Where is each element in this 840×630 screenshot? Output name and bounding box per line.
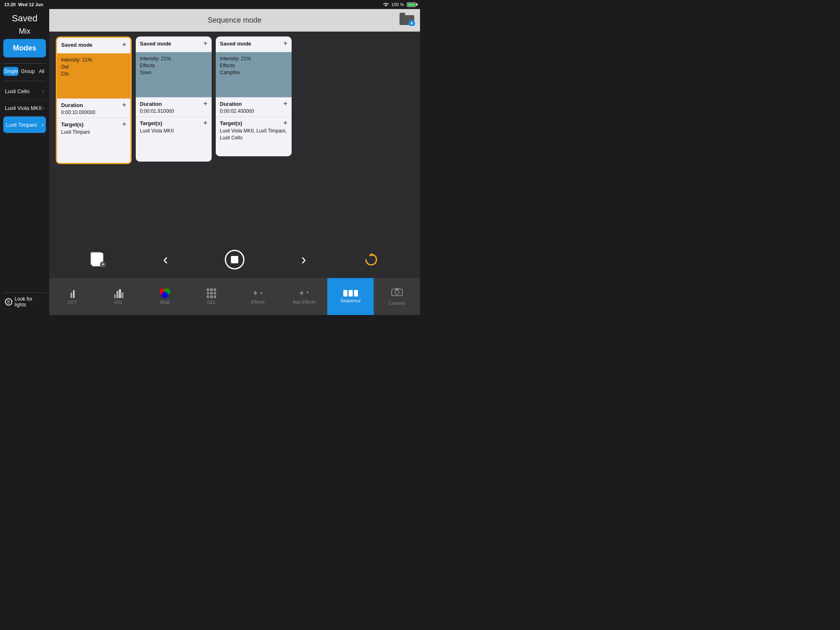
card-targets-value-1: Luxli Timpani xyxy=(61,129,126,136)
sidebar-item-label: Luxli Timpani xyxy=(6,122,37,128)
tab-rgb-label: RGB xyxy=(160,300,170,305)
main-area: Sequence mode + Saved mode + Intens xyxy=(49,9,420,315)
card-duration-row-2: Duration + xyxy=(140,100,208,107)
sequence-icon xyxy=(343,290,358,297)
card-plus-button-1[interactable]: + xyxy=(122,41,126,48)
divider2 xyxy=(3,81,46,81)
card-plus-button-3[interactable]: + xyxy=(283,40,288,47)
card-duration-row-1: Duration + xyxy=(61,101,126,109)
replay-button[interactable] xyxy=(363,251,379,268)
card-duration-value-1: 0:00:10.000000 xyxy=(61,110,126,115)
card-color-block-3: Intensity: 21%EffectsCampfire xyxy=(216,52,292,97)
svg-text:+: + xyxy=(410,21,413,26)
sidebar: Saved Mix Modes Single Group All Luxli C… xyxy=(0,9,49,315)
card-targets-title-2: Target(s) xyxy=(140,120,162,126)
tab-rgb[interactable]: RGB xyxy=(142,278,188,315)
card-top-3: Saved mode + xyxy=(216,37,292,52)
chevron-left-icon: ‹ xyxy=(163,251,168,268)
sidebar-list: Luxli Cello › Luxli Viola MKII › Luxli T… xyxy=(3,83,46,292)
svg-rect-6 xyxy=(91,253,102,265)
sidebar-title: Saved xyxy=(3,13,46,24)
add-sequence-button[interactable]: + xyxy=(90,251,106,268)
svg-rect-12 xyxy=(395,288,399,290)
modes-button[interactable]: Modes xyxy=(3,39,46,57)
card-top-2: Saved mode + xyxy=(136,37,212,52)
sequence-mode-title: Sequence mode xyxy=(208,16,261,25)
chevron-right-icon: › xyxy=(42,105,44,111)
sequence-card-2[interactable]: Saved mode + Intensity: 21%EffectsSiren … xyxy=(136,37,212,162)
next-button[interactable]: › xyxy=(301,251,306,268)
card-mode-info-3: Intensity: 21%EffectsCampfire xyxy=(220,55,288,76)
card-duration-value-3: 0:00:02.400000 xyxy=(220,108,288,114)
svg-point-11 xyxy=(395,290,399,294)
card-targets-section-1: Target(s) + Luxli Timpani xyxy=(57,118,130,163)
card-targets-title-1: Target(s) xyxy=(61,121,84,128)
tab-sequence[interactable]: Sequence xyxy=(327,278,374,315)
stop-button[interactable] xyxy=(225,250,244,269)
sequence-card-3[interactable]: Saved mode + Intensity: 21%EffectsCampfi… xyxy=(216,37,292,156)
card-title-2: Saved mode xyxy=(140,41,171,47)
previous-button[interactable]: ‹ xyxy=(163,251,168,268)
card-title-1: Saved mode xyxy=(61,42,93,48)
card-top-1: Saved mode + xyxy=(57,38,130,53)
divider xyxy=(3,63,46,64)
tab-camera[interactable]: Camera xyxy=(374,278,420,315)
card-targets-value-2: Luxli Viola MKII xyxy=(140,128,208,135)
tab-effects-label: Effects xyxy=(251,299,265,304)
battery-icon xyxy=(407,2,416,7)
filter-group[interactable]: Group xyxy=(20,67,35,76)
card-duration-value-2: 0:00:01.910000 xyxy=(140,108,208,114)
cards-area: Saved mode + Intensity: 21%GelCto Durati… xyxy=(49,32,420,241)
stop-square-icon xyxy=(231,256,238,263)
card-duration-plus-1[interactable]: + xyxy=(122,101,126,109)
main-header: Sequence mode + xyxy=(49,9,420,32)
sidebar-item-label: Luxli Cello xyxy=(5,88,30,94)
card-targets-plus-2[interactable]: + xyxy=(203,119,208,127)
tab-camera-label: Camera xyxy=(389,301,405,306)
hsl-icon xyxy=(114,288,123,298)
card-top-row-1: Saved mode + xyxy=(61,41,126,48)
tab-gel[interactable]: GEL xyxy=(188,278,235,315)
card-targets-plus-3[interactable]: + xyxy=(283,119,288,127)
new-folder-button[interactable]: + xyxy=(399,13,415,28)
svg-rect-1 xyxy=(399,13,405,16)
tab-gel-label: GEL xyxy=(207,300,216,305)
look-for-lights-label: Look for lights xyxy=(15,296,44,308)
card-targets-title-3: Target(s) xyxy=(220,120,242,126)
filter-all[interactable]: All xyxy=(37,67,46,76)
status-bar: 13:20 Wed 12 Jun 100 % xyxy=(0,0,420,9)
card-top-row-2: Saved mode + xyxy=(140,40,208,47)
tab-sequence-label: Sequence xyxy=(340,298,361,303)
replay-icon xyxy=(363,251,379,268)
card-duration-title-1: Duration xyxy=(61,102,83,108)
bluetooth-icon: B xyxy=(5,298,12,306)
tab-effects[interactable]: ✦✦ Effects xyxy=(235,278,281,315)
tab-cct[interactable]: CCT xyxy=(49,278,96,315)
add-card-icon: + xyxy=(90,251,106,268)
card-top-row-3: Saved mode + xyxy=(220,40,288,47)
tab-app-effects[interactable]: ✦✦ App Effects xyxy=(281,278,327,315)
filter-row: Single Group All xyxy=(3,67,46,76)
sequence-card-1[interactable]: Saved mode + Intensity: 21%GelCto Durati… xyxy=(56,37,132,164)
card-targets-row-2: Target(s) + xyxy=(140,119,208,127)
card-duration-section-1: Duration + 0:00:10.000000 xyxy=(57,98,130,118)
sidebar-item-luxli-timpani[interactable]: Luxli Timpani › xyxy=(3,116,46,133)
card-plus-button-2[interactable]: + xyxy=(203,40,208,47)
sidebar-mix-label: Mix xyxy=(3,27,46,36)
rgb-icon xyxy=(160,288,171,298)
card-duration-plus-2[interactable]: + xyxy=(203,100,208,107)
chevron-right-icon: › xyxy=(42,88,44,94)
card-duration-section-3: Duration + 0:00:02.400000 xyxy=(216,97,292,116)
card-targets-plus-1[interactable]: + xyxy=(122,121,126,128)
tab-hsl[interactable]: HSL xyxy=(96,278,142,315)
sidebar-item-luxli-viola[interactable]: Luxli Viola MKII › xyxy=(3,100,46,116)
card-mode-info-1: Intensity: 21%GelCto xyxy=(61,57,126,77)
wifi-icon xyxy=(383,2,389,7)
card-duration-plus-3[interactable]: + xyxy=(283,100,288,107)
card-color-block-1: Intensity: 21%GelCto xyxy=(57,53,130,98)
filter-single[interactable]: Single xyxy=(3,67,18,76)
sidebar-item-luxli-cello[interactable]: Luxli Cello › xyxy=(3,83,46,100)
camera-icon xyxy=(391,288,403,299)
card-targets-section-3: Target(s) + Luxli Viola MKII, Luxli Timp… xyxy=(216,116,292,156)
bluetooth-row[interactable]: B Look for lights xyxy=(5,296,44,308)
